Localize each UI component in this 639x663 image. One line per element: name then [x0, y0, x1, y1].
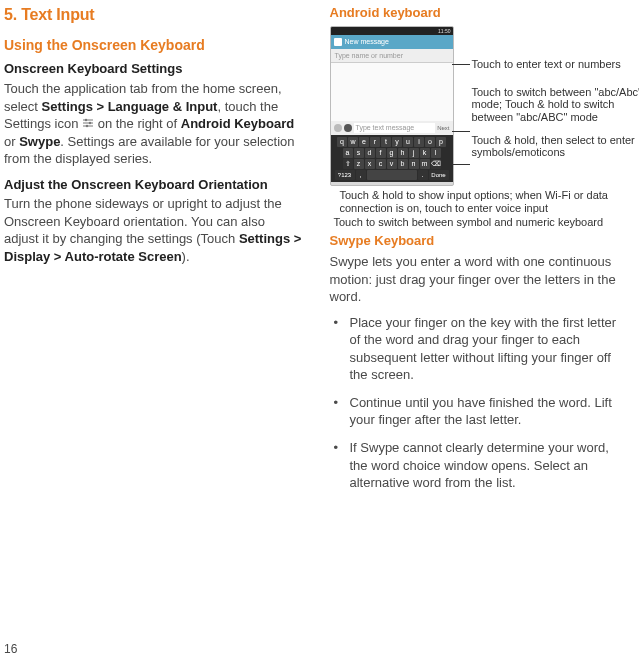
- sub-heading: Using the Onscreen Keyboard: [4, 36, 302, 55]
- list-item: If Swype cannot clearly determine your w…: [330, 439, 628, 492]
- callout-voice-input: Touch & hold to show input options; when…: [340, 189, 628, 215]
- svg-point-5: [86, 125, 88, 127]
- message-icon: [334, 38, 342, 46]
- paragraph-settings: Touch the application tab from the home …: [4, 80, 302, 168]
- key-z[interactable]: z: [354, 159, 364, 169]
- key-s[interactable]: s: [354, 148, 364, 158]
- key-j[interactable]: j: [409, 148, 419, 158]
- app-header: New message: [331, 35, 453, 49]
- to-field[interactable]: Type name or number: [331, 49, 453, 63]
- sliders-icon: [82, 116, 94, 128]
- key-g[interactable]: g: [387, 148, 397, 158]
- key-k[interactable]: k: [420, 148, 430, 158]
- key-u[interactable]: u: [403, 137, 413, 147]
- comma-key[interactable]: ,: [356, 170, 366, 180]
- svg-point-3: [85, 119, 87, 121]
- period-key[interactable]: .: [418, 170, 428, 180]
- attach-icon[interactable]: [334, 124, 342, 132]
- soft-keyboard[interactable]: qwertyuiop asdfghjkl ⇧ zxcvbnm ⌫ ?123 , …: [331, 135, 453, 182]
- key-v[interactable]: v: [387, 159, 397, 169]
- key-d[interactable]: d: [365, 148, 375, 158]
- callout-enter-text: Touch to enter text or numbers: [472, 58, 640, 71]
- backspace-key[interactable]: ⌫: [431, 159, 441, 169]
- adjust-heading: Adjust the Onscreen Keyboard Orientation: [4, 176, 302, 194]
- text-input[interactable]: Type text message: [354, 123, 436, 133]
- keyboard-diagram: 11:50 New message Type name or number Ty…: [330, 26, 628, 226]
- message-body: [331, 63, 453, 121]
- key-q[interactable]: q: [337, 137, 347, 147]
- status-bar: 11:50: [331, 27, 453, 35]
- key-c[interactable]: c: [376, 159, 386, 169]
- key-r[interactable]: r: [370, 137, 380, 147]
- key-e[interactable]: e: [359, 137, 369, 147]
- symbols-key[interactable]: ?123: [335, 170, 355, 180]
- page-number: 16: [4, 641, 17, 657]
- key-b[interactable]: b: [398, 159, 408, 169]
- key-p[interactable]: p: [436, 137, 446, 147]
- space-key[interactable]: [367, 170, 417, 180]
- key-x[interactable]: x: [365, 159, 375, 169]
- key-i[interactable]: i: [414, 137, 424, 147]
- android-heading: Android keyboard: [330, 4, 628, 22]
- settings-heading: Onscreen Keyboard Settings: [4, 60, 302, 78]
- shift-key[interactable]: ⇧: [343, 159, 353, 169]
- done-key[interactable]: Done: [429, 170, 449, 180]
- list-item: Place your finger on the key with the fi…: [330, 314, 628, 384]
- key-h[interactable]: h: [398, 148, 408, 158]
- paragraph-adjust: Turn the phone sideways or upright to ad…: [4, 195, 302, 265]
- key-m[interactable]: m: [420, 159, 430, 169]
- key-a[interactable]: a: [343, 148, 353, 158]
- section-heading: 5. Text Input: [4, 4, 302, 26]
- next-button[interactable]: Next: [437, 124, 449, 132]
- swype-heading: Swype Keyboard: [330, 232, 628, 250]
- compose-bar[interactable]: Type text message Next: [331, 121, 453, 135]
- callout-symbols: Touch & hold, then select to enter symbo…: [472, 134, 640, 159]
- callout-symbol-numeric: Touch to switch between symbol and numer…: [334, 216, 628, 229]
- key-t[interactable]: t: [381, 137, 391, 147]
- callout-switch-abc: Touch to switch between "abc/Abc" mode; …: [472, 86, 640, 124]
- key-l[interactable]: l: [431, 148, 441, 158]
- svg-point-4: [89, 122, 91, 124]
- phone-mock: 11:50 New message Type name or number Ty…: [330, 26, 454, 186]
- key-n[interactable]: n: [409, 159, 419, 169]
- swype-intro: Swype lets you enter a word with one con…: [330, 253, 628, 306]
- key-w[interactable]: w: [348, 137, 358, 147]
- list-item: Continue until you have finished the wor…: [330, 394, 628, 429]
- key-o[interactable]: o: [425, 137, 435, 147]
- key-y[interactable]: y: [392, 137, 402, 147]
- emoji-icon[interactable]: [344, 124, 352, 132]
- key-f[interactable]: f: [376, 148, 386, 158]
